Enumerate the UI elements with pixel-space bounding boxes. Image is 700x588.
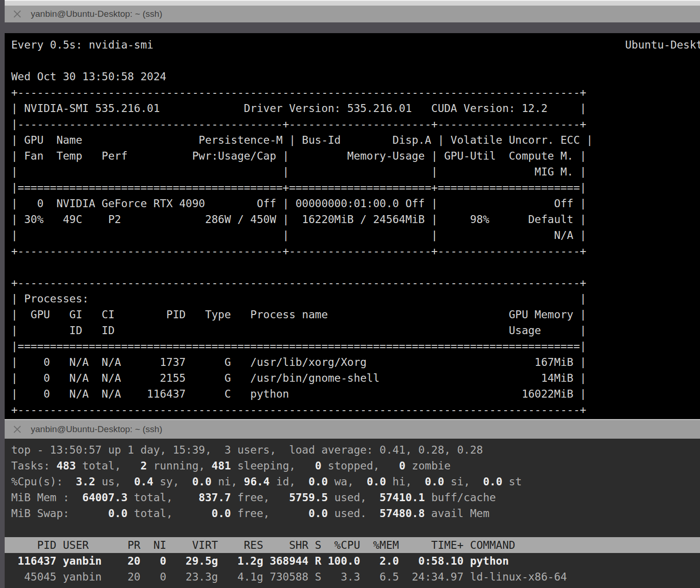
nvidia-smi-output[interactable]: Every 0.5s: nvidia-smi Ubuntu-Desktop: W… xyxy=(5,33,700,419)
titlebar-accent xyxy=(5,0,700,6)
top-output[interactable]: top - 13:50:57 up 1 day, 15:39, 3 users,… xyxy=(5,439,700,588)
process-row: 45045 yanbin 20 0 23.3g 4.1g 730588 S 3.… xyxy=(11,569,700,585)
close-icon-glyph xyxy=(12,424,22,434)
top-summary-line: Tasks: 483 total, 2 running, 481 sleepin… xyxy=(11,458,700,474)
window2-title: yanbin@Ubuntu-Desktop: ~ (ssh) xyxy=(31,424,162,434)
close-icon[interactable] xyxy=(12,424,22,434)
process-row: 116437 yanbin 20 0 29.5g 1.2g 368944 R 1… xyxy=(11,553,700,569)
window1-title: yanbin@Ubuntu-Desktop: ~ (ssh) xyxy=(31,9,162,19)
close-icon[interactable] xyxy=(12,9,22,19)
terminal-window-top: yanbin@Ubuntu-Desktop: ~ (ssh) top - 13:… xyxy=(5,419,700,588)
top-summary-line: %Cpu(s): 3.2 us, 0.4 sy, 0.0 ni, 96.4 id… xyxy=(11,474,700,490)
window1-titlebar[interactable]: yanbin@Ubuntu-Desktop: ~ (ssh) xyxy=(5,6,700,22)
window2-titlebar[interactable]: yanbin@Ubuntu-Desktop: ~ (ssh) xyxy=(5,420,700,439)
blank-line xyxy=(11,521,700,537)
process-table-header: PID USER PR NI VIRT RES SHR S %CPU %MEM … xyxy=(5,537,700,553)
top-summary-line: MiB Swap: 0.0 total, 0.0 free, 0.0 used.… xyxy=(11,505,700,521)
terminal-window-nvidia-smi: yanbin@Ubuntu-Desktop: ~ (ssh) Every 0.5… xyxy=(5,0,700,419)
top-summary-line: MiB Mem : 64007.3 total, 837.7 free, 575… xyxy=(11,490,700,505)
top-summary-line: top - 13:50:57 up 1 day, 15:39, 3 users,… xyxy=(11,442,700,458)
close-icon-glyph xyxy=(12,9,22,19)
